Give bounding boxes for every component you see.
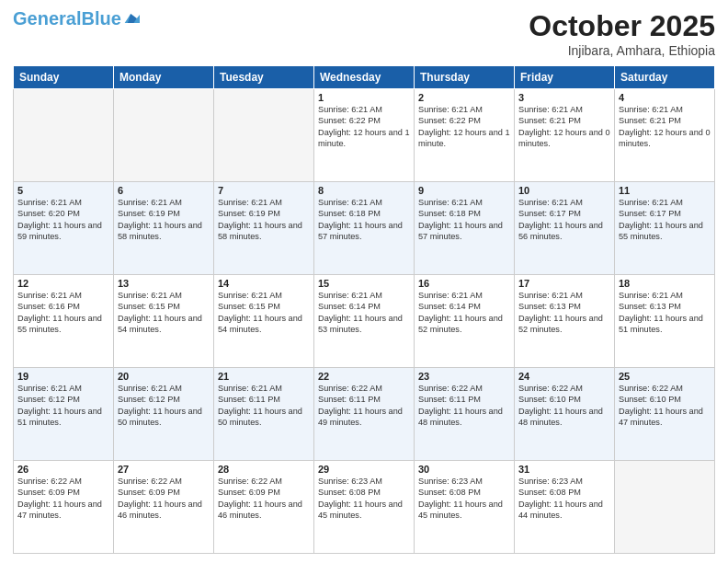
location: Injibara, Amhara, Ethiopia xyxy=(529,43,715,58)
day-number: 21 xyxy=(218,371,310,382)
header: GeneralBlue October 2025 Injibara, Amhar… xyxy=(13,9,715,58)
day-cell-2: 2Sunrise: 6:21 AMSunset: 6:22 PMDaylight… xyxy=(415,89,515,182)
day-header-tuesday: Tuesday xyxy=(214,66,314,89)
day-number: 30 xyxy=(418,464,510,475)
day-number: 22 xyxy=(318,371,410,382)
day-number: 26 xyxy=(17,464,109,475)
day-header-sunday: Sunday xyxy=(14,66,114,89)
day-info: Sunrise: 6:21 AMSunset: 6:13 PMDaylight:… xyxy=(619,290,711,336)
day-number: 6 xyxy=(118,185,210,196)
day-header-monday: Monday xyxy=(114,66,214,89)
day-number: 20 xyxy=(118,371,210,382)
day-info: Sunrise: 6:23 AMSunset: 6:08 PMDaylight:… xyxy=(418,476,510,522)
day-number: 17 xyxy=(518,278,610,289)
day-info: Sunrise: 6:21 AMSunset: 6:11 PMDaylight:… xyxy=(218,383,310,429)
day-cell-14: 14Sunrise: 6:21 AMSunset: 6:15 PMDayligh… xyxy=(214,275,314,368)
calendar: SundayMondayTuesdayWednesdayThursdayFrid… xyxy=(13,65,715,554)
header-row: SundayMondayTuesdayWednesdayThursdayFrid… xyxy=(14,66,715,89)
day-number: 2 xyxy=(418,92,510,103)
day-cell-25: 25Sunrise: 6:22 AMSunset: 6:10 PMDayligh… xyxy=(615,368,715,461)
day-info: Sunrise: 6:23 AMSunset: 6:08 PMDaylight:… xyxy=(518,476,610,522)
day-cell-7: 7Sunrise: 6:21 AMSunset: 6:19 PMDaylight… xyxy=(214,182,314,275)
day-cell-29: 29Sunrise: 6:23 AMSunset: 6:08 PMDayligh… xyxy=(314,461,415,554)
day-cell-16: 16Sunrise: 6:21 AMSunset: 6:14 PMDayligh… xyxy=(415,275,515,368)
day-number: 19 xyxy=(17,371,109,382)
day-info: Sunrise: 6:21 AMSunset: 6:18 PMDaylight:… xyxy=(318,197,410,243)
day-info: Sunrise: 6:22 AMSunset: 6:09 PMDaylight:… xyxy=(17,476,109,522)
day-number: 23 xyxy=(418,371,510,382)
day-cell-9: 9Sunrise: 6:21 AMSunset: 6:18 PMDaylight… xyxy=(415,182,515,275)
day-cell-19: 19Sunrise: 6:21 AMSunset: 6:12 PMDayligh… xyxy=(14,368,114,461)
week-row-3: 12Sunrise: 6:21 AMSunset: 6:16 PMDayligh… xyxy=(14,275,715,368)
day-info: Sunrise: 6:21 AMSunset: 6:18 PMDaylight:… xyxy=(418,197,510,243)
empty-cell xyxy=(615,461,715,554)
day-number: 11 xyxy=(619,185,711,196)
day-cell-11: 11Sunrise: 6:21 AMSunset: 6:17 PMDayligh… xyxy=(615,182,715,275)
week-row-2: 5Sunrise: 6:21 AMSunset: 6:20 PMDaylight… xyxy=(14,182,715,275)
day-cell-27: 27Sunrise: 6:22 AMSunset: 6:09 PMDayligh… xyxy=(114,461,214,554)
day-cell-20: 20Sunrise: 6:21 AMSunset: 6:12 PMDayligh… xyxy=(114,368,214,461)
day-number: 7 xyxy=(218,185,310,196)
day-header-thursday: Thursday xyxy=(415,66,515,89)
day-info: Sunrise: 6:22 AMSunset: 6:10 PMDaylight:… xyxy=(518,383,610,429)
day-cell-17: 17Sunrise: 6:21 AMSunset: 6:13 PMDayligh… xyxy=(515,275,615,368)
day-cell-15: 15Sunrise: 6:21 AMSunset: 6:14 PMDayligh… xyxy=(314,275,415,368)
day-info: Sunrise: 6:21 AMSunset: 6:12 PMDaylight:… xyxy=(118,383,210,429)
day-info: Sunrise: 6:22 AMSunset: 6:09 PMDaylight:… xyxy=(218,476,310,522)
day-number: 5 xyxy=(17,185,109,196)
day-cell-22: 22Sunrise: 6:22 AMSunset: 6:11 PMDayligh… xyxy=(314,368,415,461)
day-cell-18: 18Sunrise: 6:21 AMSunset: 6:13 PMDayligh… xyxy=(615,275,715,368)
day-number: 8 xyxy=(318,185,410,196)
logo-general: General xyxy=(13,8,81,29)
day-info: Sunrise: 6:21 AMSunset: 6:21 PMDaylight:… xyxy=(518,104,610,150)
day-cell-13: 13Sunrise: 6:21 AMSunset: 6:15 PMDayligh… xyxy=(114,275,214,368)
day-info: Sunrise: 6:21 AMSunset: 6:17 PMDaylight:… xyxy=(619,197,711,243)
day-cell-4: 4Sunrise: 6:21 AMSunset: 6:21 PMDaylight… xyxy=(615,89,715,182)
day-info: Sunrise: 6:21 AMSunset: 6:22 PMDaylight:… xyxy=(318,104,410,150)
day-number: 18 xyxy=(619,278,711,289)
day-info: Sunrise: 6:21 AMSunset: 6:13 PMDaylight:… xyxy=(518,290,610,336)
day-number: 15 xyxy=(318,278,410,289)
day-header-friday: Friday xyxy=(515,66,615,89)
day-header-saturday: Saturday xyxy=(615,66,715,89)
day-cell-28: 28Sunrise: 6:22 AMSunset: 6:09 PMDayligh… xyxy=(214,461,314,554)
logo-blue: Blue xyxy=(81,8,120,29)
day-info: Sunrise: 6:22 AMSunset: 6:11 PMDaylight:… xyxy=(418,383,510,429)
day-cell-21: 21Sunrise: 6:21 AMSunset: 6:11 PMDayligh… xyxy=(214,368,314,461)
day-number: 4 xyxy=(619,92,711,103)
day-info: Sunrise: 6:21 AMSunset: 6:14 PMDaylight:… xyxy=(318,290,410,336)
empty-cell xyxy=(214,89,314,182)
day-cell-12: 12Sunrise: 6:21 AMSunset: 6:16 PMDayligh… xyxy=(14,275,114,368)
day-info: Sunrise: 6:21 AMSunset: 6:16 PMDaylight:… xyxy=(17,290,109,336)
logo-text: GeneralBlue xyxy=(13,9,121,28)
logo-icon xyxy=(123,12,140,25)
week-row-4: 19Sunrise: 6:21 AMSunset: 6:12 PMDayligh… xyxy=(14,368,715,461)
day-number: 3 xyxy=(518,92,610,103)
day-cell-31: 31Sunrise: 6:23 AMSunset: 6:08 PMDayligh… xyxy=(515,461,615,554)
day-cell-1: 1Sunrise: 6:21 AMSunset: 6:22 PMDaylight… xyxy=(314,89,415,182)
day-info: Sunrise: 6:21 AMSunset: 6:14 PMDaylight:… xyxy=(418,290,510,336)
day-number: 14 xyxy=(218,278,310,289)
day-info: Sunrise: 6:21 AMSunset: 6:15 PMDaylight:… xyxy=(218,290,310,336)
day-cell-10: 10Sunrise: 6:21 AMSunset: 6:17 PMDayligh… xyxy=(515,182,615,275)
day-cell-6: 6Sunrise: 6:21 AMSunset: 6:19 PMDaylight… xyxy=(114,182,214,275)
day-info: Sunrise: 6:21 AMSunset: 6:21 PMDaylight:… xyxy=(619,104,711,150)
day-number: 13 xyxy=(118,278,210,289)
day-cell-30: 30Sunrise: 6:23 AMSunset: 6:08 PMDayligh… xyxy=(415,461,515,554)
day-cell-24: 24Sunrise: 6:22 AMSunset: 6:10 PMDayligh… xyxy=(515,368,615,461)
day-header-wednesday: Wednesday xyxy=(314,66,415,89)
day-info: Sunrise: 6:22 AMSunset: 6:09 PMDaylight:… xyxy=(118,476,210,522)
day-cell-23: 23Sunrise: 6:22 AMSunset: 6:11 PMDayligh… xyxy=(415,368,515,461)
day-info: Sunrise: 6:22 AMSunset: 6:10 PMDaylight:… xyxy=(619,383,711,429)
day-info: Sunrise: 6:22 AMSunset: 6:11 PMDaylight:… xyxy=(318,383,410,429)
day-number: 10 xyxy=(518,185,610,196)
day-number: 25 xyxy=(619,371,711,382)
week-row-1: 1Sunrise: 6:21 AMSunset: 6:22 PMDaylight… xyxy=(14,89,715,182)
day-number: 16 xyxy=(418,278,510,289)
day-info: Sunrise: 6:21 AMSunset: 6:22 PMDaylight:… xyxy=(418,104,510,150)
page: GeneralBlue October 2025 Injibara, Amhar… xyxy=(0,0,728,563)
day-number: 1 xyxy=(318,92,410,103)
day-info: Sunrise: 6:21 AMSunset: 6:19 PMDaylight:… xyxy=(118,197,210,243)
day-number: 12 xyxy=(17,278,109,289)
day-info: Sunrise: 6:23 AMSunset: 6:08 PMDaylight:… xyxy=(318,476,410,522)
